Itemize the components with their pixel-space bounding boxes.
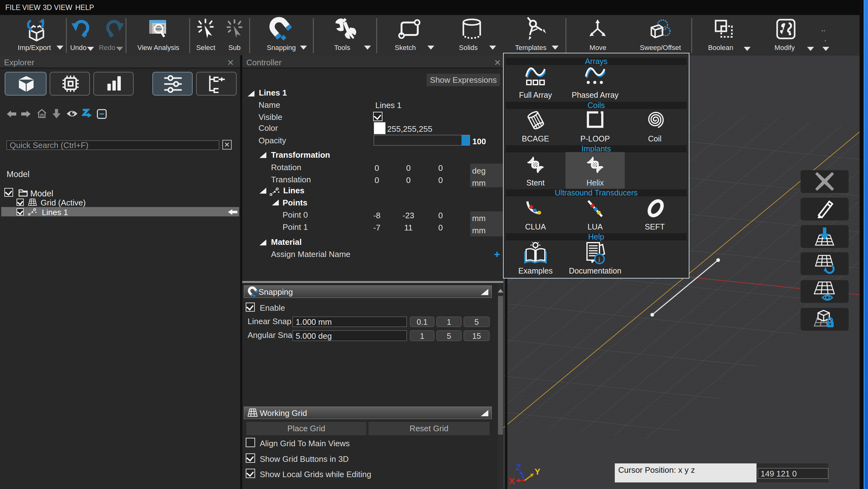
svg-text:Z: Z xyxy=(516,462,521,472)
svg-text:Y: Y xyxy=(534,467,540,477)
svg-text:i: i xyxy=(598,255,600,264)
svg-text:X: X xyxy=(509,476,515,486)
